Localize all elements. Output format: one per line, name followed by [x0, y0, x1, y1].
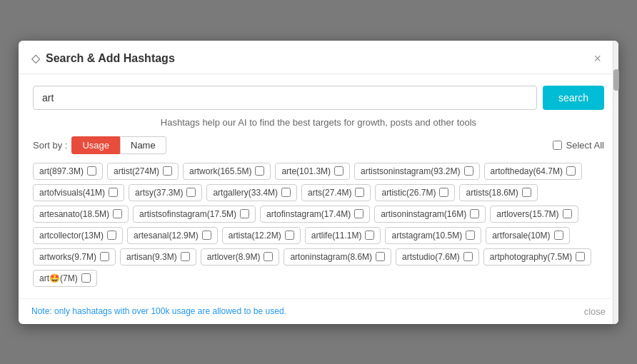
tag-checkbox[interactable] [354, 209, 363, 218]
tag-checkbox[interactable] [576, 252, 585, 261]
tag-item[interactable]: artsy(37.3M) [129, 184, 202, 201]
tag-item[interactable]: artistsoninstagram(93.2M) [354, 163, 479, 180]
tag-checkbox[interactable] [463, 252, 473, 261]
modal-overlay: ◇ Search & Add Hashtags × search Hashtag… [11, 7, 626, 357]
tag-item[interactable]: artlovers(15.7M) [490, 206, 578, 223]
modal-dialog: ◇ Search & Add Hashtags × search Hashtag… [19, 41, 618, 324]
tag-item[interactable]: artesanal(12.9M) [127, 227, 218, 244]
tag-label: artworks(9.7M) [39, 252, 96, 262]
tag-label: artsy(37.3M) [135, 188, 183, 198]
tag-item[interactable]: artoftheday(64.7M) [484, 163, 582, 180]
tag-item[interactable]: artofvisuals(41M) [33, 184, 124, 201]
tag-label: artforsale(10M) [492, 231, 550, 241]
tag-label: artisan(9.3M) [126, 252, 177, 262]
close-text-button[interactable]: close [584, 306, 606, 317]
tag-checkbox[interactable] [281, 188, 291, 197]
scrollbar[interactable] [613, 41, 618, 324]
tag-item[interactable]: arts(27.4M) [301, 184, 371, 201]
tag-item[interactable]: art🤩(7M) [33, 270, 97, 287]
tag-item[interactable]: artcollector(13M) [33, 227, 123, 244]
tag-checkbox[interactable] [376, 252, 385, 261]
tag-checkbox[interactable] [81, 273, 91, 283]
tag-item[interactable]: artgallery(33.4M) [206, 184, 297, 201]
tag-label: artphotography(7.5M) [490, 252, 572, 262]
tag-checkbox[interactable] [255, 166, 264, 176]
tag-label: artlover(8.9M) [207, 252, 261, 262]
tag-item[interactable]: artistsofinstagram(17.5M) [133, 206, 256, 223]
tag-item[interactable]: artesanato(18.5M) [33, 206, 129, 223]
close-button[interactable]: × [589, 51, 606, 66]
tag-item[interactable]: artforsale(10M) [486, 227, 569, 244]
tag-label: artlife(11.1M) [311, 231, 362, 241]
tag-checkbox[interactable] [464, 166, 473, 176]
hashtag-icon: ◇ [31, 51, 40, 65]
tag-checkbox[interactable] [365, 231, 374, 240]
tag-checkbox[interactable] [202, 231, 211, 240]
tag-label: artcollector(13M) [39, 231, 104, 241]
tag-item[interactable]: artist(274M) [107, 163, 179, 180]
tag-item[interactable]: artstudio(7.6M) [396, 248, 479, 266]
tags-container: art(897.3M)artist(274M)artwork(165.5M)ar… [33, 163, 604, 287]
sort-label: Sort by : [33, 140, 67, 151]
tag-checkbox[interactable] [334, 166, 343, 176]
sort-usage-button[interactable]: Usage [71, 136, 120, 154]
tag-checkbox[interactable] [470, 209, 479, 218]
sort-buttons: Usage Name [71, 136, 166, 154]
tag-label: artgallery(33.4M) [213, 188, 278, 198]
sort-row: Sort by : Usage Name Select All [33, 136, 604, 154]
tag-checkbox[interactable] [439, 188, 448, 197]
tag-item[interactable]: artphotography(7.5M) [483, 248, 591, 266]
tag-item[interactable]: artists(18.6M) [459, 184, 537, 201]
tag-item[interactable]: artisan(9.3M) [120, 248, 196, 266]
tag-checkbox[interactable] [107, 231, 116, 240]
tag-label: artlovers(15.7M) [496, 209, 558, 219]
tag-checkbox[interactable] [563, 209, 572, 218]
tag-label: artistsofinstagram(17.5M) [139, 209, 236, 219]
footer-note: Note: only hashatags with over 100k usag… [31, 306, 286, 316]
tag-item[interactable]: artoninstagram(8.6M) [284, 248, 391, 266]
tag-label: arts(27.4M) [308, 188, 351, 198]
tag-label: artesanal(12.9M) [134, 231, 199, 241]
tag-label: artisoninstagram(16M) [381, 209, 466, 219]
tag-item[interactable]: artstagram(10.5M) [385, 227, 481, 244]
tag-checkbox[interactable] [87, 166, 96, 176]
tag-checkbox[interactable] [264, 252, 273, 261]
modal-footer: Note: only hashatags with over 100k usag… [19, 298, 618, 324]
tag-checkbox[interactable] [355, 188, 364, 197]
tag-item[interactable]: artwork(165.5M) [183, 163, 271, 180]
tag-item[interactable]: artistic(26.7M) [375, 184, 455, 201]
tag-checkbox[interactable] [100, 252, 109, 261]
tag-checkbox[interactable] [466, 231, 475, 240]
modal-body: search Hashtags help our AI to find the … [19, 74, 618, 298]
scrollbar-thumb [613, 69, 619, 91]
tag-item[interactable]: artworks(9.7M) [33, 248, 116, 266]
tag-checkbox[interactable] [113, 209, 122, 218]
tag-item[interactable]: artista(12.2M) [222, 227, 301, 244]
tag-checkbox[interactable] [566, 166, 576, 176]
tag-checkbox[interactable] [285, 231, 294, 240]
tag-label: artofvisuals(41M) [39, 188, 105, 198]
search-row: search [33, 86, 604, 110]
select-all-area: Select All [553, 140, 604, 151]
tag-item[interactable]: art(897.3M) [33, 163, 103, 180]
select-all-checkbox[interactable] [553, 141, 562, 150]
search-input[interactable] [33, 86, 537, 110]
tag-label: artofinstagram(17.4M) [266, 209, 351, 219]
tag-checkbox[interactable] [181, 252, 190, 261]
tag-label: artistsoninstagram(93.2M) [361, 166, 460, 176]
tag-item[interactable]: artlife(11.1M) [305, 227, 381, 244]
tag-item[interactable]: artisoninstagram(16M) [374, 206, 486, 223]
tag-checkbox[interactable] [554, 231, 563, 240]
sort-name-button[interactable]: Name [120, 136, 166, 154]
search-button[interactable]: search [543, 86, 604, 110]
tag-checkbox[interactable] [109, 188, 118, 197]
tag-checkbox[interactable] [522, 188, 531, 197]
tag-checkbox[interactable] [163, 166, 172, 176]
tag-item[interactable]: artlover(8.9M) [201, 248, 280, 266]
tag-item[interactable]: artofinstagram(17.4M) [260, 206, 370, 223]
tag-checkbox[interactable] [240, 209, 249, 218]
tag-label: arte(101.3M) [281, 166, 331, 176]
tag-item[interactable]: arte(101.3M) [275, 163, 350, 180]
tag-checkbox[interactable] [186, 188, 196, 197]
modal-title: Search & Add Hashtags [46, 52, 175, 65]
